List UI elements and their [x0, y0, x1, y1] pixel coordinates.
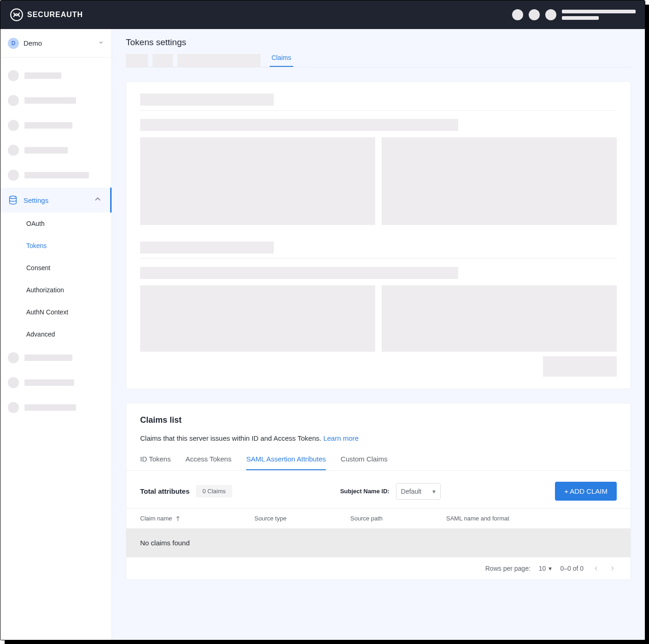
sidebar-subitem-tokens[interactable]: Tokens	[0, 235, 112, 257]
tab-placeholder[interactable]	[126, 54, 148, 67]
top-navigation: SECUREAUTH	[0, 0, 645, 29]
tab-id-tokens[interactable]: ID Tokens	[140, 455, 171, 470]
subject-name-id-label: Subject Name ID:	[340, 488, 389, 495]
sidebar-subitem-authorization[interactable]: Authorization	[0, 279, 112, 301]
sidebar-item-placeholder[interactable]	[0, 370, 112, 395]
topbar-action-placeholder[interactable]	[512, 9, 523, 20]
sidebar-subitem-consent[interactable]: Consent	[0, 257, 112, 279]
column-source-path[interactable]: Source path	[350, 515, 442, 522]
table-header: Claim name Source type Source path SAML …	[126, 508, 631, 529]
settings-label: Settings	[24, 196, 87, 204]
subject-name-id-select[interactable]: Default ▾	[396, 483, 441, 500]
chevron-left-icon	[593, 565, 599, 572]
sidebar-item-settings[interactable]: Settings	[0, 188, 112, 213]
sidebar-item-placeholder[interactable]	[0, 88, 112, 113]
table-empty-state: No claims found	[126, 529, 631, 557]
brand-logo: SECUREAUTH	[10, 8, 83, 22]
claims-title: Claims list	[140, 415, 617, 425]
brand-name-prefix: SECURE	[27, 11, 61, 18]
sidebar-item-placeholder[interactable]	[0, 138, 112, 163]
total-attributes-label: Total attributes	[140, 487, 189, 495]
claims-table: Claim name Source type Source path SAML …	[126, 508, 631, 579]
svg-point-0	[11, 9, 23, 21]
chevron-down-icon	[98, 39, 104, 47]
tab-custom-claims[interactable]: Custom Claims	[341, 455, 388, 470]
settings-skeleton-card	[126, 81, 631, 389]
workspace-name: Demo	[24, 39, 93, 47]
sidebar-item-placeholder[interactable]	[0, 345, 112, 370]
sidebar-subitem-oauth[interactable]: OAuth	[0, 213, 112, 235]
tab-placeholder[interactable]	[153, 54, 173, 67]
database-icon	[8, 195, 18, 205]
table-footer: Rows per page: 10 ▾ 0–0 of 0	[126, 557, 631, 579]
main-content: Tokens settings Claims	[112, 29, 645, 640]
tab-claims[interactable]: Claims	[270, 54, 293, 67]
sidebar-item-placeholder[interactable]	[0, 113, 112, 138]
sidebar: D Demo Settings OAuth	[0, 29, 112, 640]
sort-asc-icon	[175, 515, 181, 522]
sidebar-item-placeholder[interactable]	[0, 163, 112, 188]
tab-placeholder[interactable]	[177, 54, 260, 67]
column-saml-name-format[interactable]: SAML name and format	[446, 515, 617, 522]
column-source-type[interactable]: Source type	[254, 515, 347, 522]
page-tabs: Claims	[126, 54, 631, 67]
sidebar-subitem-advanced[interactable]: Advanced	[0, 323, 112, 345]
dropdown-arrow-icon: ▾	[549, 565, 552, 572]
pagination-range: 0–0 of 0	[560, 565, 584, 572]
svg-point-1	[10, 196, 17, 199]
claims-description: Claims that this server issues within ID…	[140, 434, 617, 442]
topbar-user-label	[562, 10, 636, 20]
topbar-action-placeholder[interactable]	[529, 9, 540, 20]
workspace-avatar: D	[8, 38, 19, 49]
subject-name-id-value: Default	[401, 488, 421, 495]
rows-per-page-select[interactable]: 10 ▾	[539, 565, 552, 572]
claims-tabs: ID Tokens Access Tokens SAML Assertion A…	[126, 455, 631, 471]
brand-icon	[10, 8, 24, 22]
next-page-button[interactable]	[608, 565, 617, 572]
topbar-actions	[512, 9, 636, 20]
claims-count-badge: 0 Claims	[196, 485, 232, 497]
column-claim-name[interactable]: Claim name	[140, 515, 251, 522]
chevron-up-icon	[93, 194, 103, 206]
claims-list-card: Claims list Claims that this server issu…	[126, 403, 631, 580]
sidebar-item-placeholder[interactable]	[0, 395, 112, 420]
rows-per-page-label: Rows per page:	[485, 565, 531, 572]
add-claim-button[interactable]: + ADD CLAIM	[555, 482, 617, 501]
sidebar-item-placeholder[interactable]	[0, 63, 112, 88]
page-title: Tokens settings	[126, 37, 631, 47]
workspace-selector[interactable]: D Demo	[0, 29, 112, 58]
chevron-right-icon	[609, 565, 616, 572]
sidebar-subitem-authn-context[interactable]: AuthN Context	[0, 301, 112, 323]
prev-page-button[interactable]	[592, 565, 600, 572]
dropdown-arrow-icon: ▾	[432, 488, 436, 495]
tab-saml-assertion-attributes[interactable]: SAML Assertion Attributes	[246, 455, 326, 470]
brand-name-suffix: AUTH	[61, 11, 83, 18]
topbar-avatar[interactable]	[545, 9, 556, 20]
learn-more-link[interactable]: Learn more	[323, 434, 359, 442]
tab-access-tokens[interactable]: Access Tokens	[185, 455, 231, 470]
